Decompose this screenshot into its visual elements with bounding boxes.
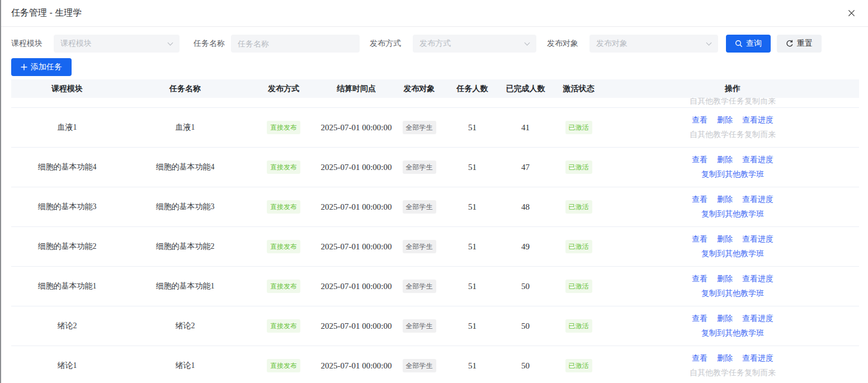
table-row: 细胞的基本功能3 细胞的基本功能3 直接发布 2025-07-01 00:00:…: [11, 187, 859, 227]
header-publish-target: 发布对象: [393, 84, 446, 94]
publish-target-tag: 全部学生: [403, 121, 436, 134]
publish-target-placeholder: 发布对象: [596, 39, 628, 49]
cell-task-count: 51: [446, 321, 499, 331]
table-header-row: 课程模块 任务名称 发布方式 结算时间点 发布对象 任务人数 已完成人数 激活状…: [11, 79, 859, 98]
delete-link[interactable]: 删除: [717, 314, 733, 324]
copy-to-class-link[interactable]: 复制到其他教学班: [701, 328, 764, 338]
header-task-name: 任务名称: [123, 84, 247, 94]
cell-task-name: 绪论2: [123, 321, 247, 331]
header-course-module: 课程模块: [11, 84, 123, 94]
task-table: 课程模块 任务名称 发布方式 结算时间点 发布对象 任务人数 已完成人数 激活状…: [11, 79, 859, 383]
add-task-label: 添加任务: [31, 62, 62, 72]
chevron-down-icon: [525, 40, 530, 46]
delete-link[interactable]: 删除: [717, 234, 733, 244]
cell-task-count: 51: [446, 282, 499, 291]
search-icon: [735, 40, 743, 48]
close-icon[interactable]: [846, 8, 857, 19]
header-task-count: 任务人数: [446, 84, 499, 94]
add-task-button[interactable]: 添加任务: [11, 58, 72, 76]
delete-link[interactable]: 删除: [717, 115, 733, 125]
cell-course-module: 绪论1: [11, 361, 123, 371]
cell-done-count: 48: [499, 202, 552, 212]
cell-task-name: 细胞的基本功能4: [123, 162, 247, 172]
publish-target-tag: 全部学生: [403, 359, 436, 372]
cell-operations: 查看 删除 查看进度 复制到其他教学班: [605, 227, 860, 266]
publish-method-tag: 直接发布: [267, 240, 300, 253]
cell-settle-time: 2025-07-01 00:00:00: [320, 321, 393, 331]
status-tag: 已激活: [565, 160, 592, 174]
delete-link[interactable]: 删除: [717, 195, 733, 205]
course-module-placeholder: 课程模块: [60, 39, 92, 49]
delete-link[interactable]: 删除: [717, 155, 733, 165]
table-body: 自其他教学任务复制而来 血液1 血液1 直接发布 2025-07-01 00:0…: [11, 98, 859, 383]
cell-task-count: 51: [446, 202, 499, 212]
publish-target-tag: 全部学生: [403, 319, 436, 333]
view-progress-link[interactable]: 查看进度: [742, 155, 773, 165]
publish-target-select[interactable]: 发布对象: [589, 35, 718, 53]
publish-method-select[interactable]: 发布方式: [413, 35, 536, 53]
table-row: 细胞的基本功能2 细胞的基本功能2 直接发布 2025-07-01 00:00:…: [11, 227, 859, 267]
cell-course-module: 细胞的基本功能1: [11, 281, 123, 291]
cell-operations: 查看 删除 查看进度 自其他教学任务复制而来: [605, 346, 860, 383]
view-link[interactable]: 查看: [692, 155, 707, 165]
publish-target-label: 发布对象: [547, 39, 578, 49]
view-progress-link[interactable]: 查看进度: [742, 314, 773, 324]
status-tag: 已激活: [565, 121, 592, 134]
header-active-status: 激活状态: [552, 84, 605, 94]
view-link[interactable]: 查看: [692, 274, 707, 284]
query-button[interactable]: 查询: [726, 35, 771, 53]
cell-task-name: 细胞的基本功能3: [123, 202, 247, 212]
page-title: 任务管理 - 生理学: [11, 7, 82, 19]
cell-operations: 查看 删除 查看进度 复制到其他教学班: [605, 187, 860, 226]
publish-target-tag: 全部学生: [403, 240, 436, 253]
publish-method-tag: 直接发布: [267, 200, 300, 214]
view-progress-link[interactable]: 查看进度: [742, 115, 773, 125]
view-progress-link[interactable]: 查看进度: [742, 195, 773, 205]
copy-to-class-link[interactable]: 复制到其他教学班: [701, 289, 764, 299]
cell-course-module: 血液1: [11, 122, 123, 133]
cell-done-count: 50: [499, 361, 552, 371]
table-row: 绪论1 绪论1 直接发布 2025-07-01 00:00:00 全部学生 51…: [11, 346, 859, 383]
cell-done-count: 47: [499, 163, 552, 172]
view-progress-link[interactable]: 查看进度: [742, 353, 773, 363]
publish-target-tag: 全部学生: [403, 160, 436, 174]
cell-operations: 查看 删除 查看进度 复制到其他教学班: [605, 148, 860, 187]
dialog-header: 任务管理 - 生理学: [1, 0, 868, 27]
publish-method-tag: 直接发布: [267, 121, 300, 134]
cell-done-count: 50: [499, 321, 552, 331]
copy-to-class-link[interactable]: 复制到其他教学班: [701, 209, 764, 219]
cell-settle-time: 2025-07-01 00:00:00: [320, 163, 393, 172]
view-link[interactable]: 查看: [692, 353, 707, 363]
cell-task-name: 细胞的基本功能1: [123, 281, 247, 291]
copy-to-class-link[interactable]: 复制到其他教学班: [701, 169, 764, 179]
reset-button[interactable]: 重置: [777, 35, 822, 53]
view-link[interactable]: 查看: [692, 314, 707, 324]
delete-link[interactable]: 删除: [717, 274, 733, 284]
course-module-label: 课程模块: [11, 39, 43, 49]
view-progress-link[interactable]: 查看进度: [742, 274, 773, 284]
cell-course-module: 细胞的基本功能2: [11, 242, 123, 252]
view-link[interactable]: 查看: [692, 234, 707, 244]
cell-operations: 查看 删除 查看进度 复制到其他教学班: [605, 267, 860, 306]
cell-course-module: 绪论2: [11, 321, 123, 331]
task-name-input[interactable]: [231, 35, 360, 53]
view-progress-link[interactable]: 查看进度: [742, 234, 773, 244]
header-done-count: 已完成人数: [499, 84, 552, 94]
cell-task-count: 51: [446, 361, 499, 371]
publish-method-tag: 直接发布: [267, 280, 300, 293]
table-row: 细胞的基本功能1 细胞的基本功能1 直接发布 2025-07-01 00:00:…: [11, 267, 859, 306]
view-link[interactable]: 查看: [692, 115, 707, 125]
filter-bar: 课程模块 课程模块 任务名称 发布方式 发布方式 发布对象 发布对象 查询 重置: [1, 35, 868, 53]
copy-to-class-link[interactable]: 复制到其他教学班: [701, 249, 764, 259]
cell-course-module: 细胞的基本功能3: [11, 202, 123, 212]
copied-from-note: 自其他教学任务复制而来: [690, 368, 776, 378]
course-module-select[interactable]: 课程模块: [54, 35, 180, 53]
plus-icon: [21, 64, 27, 70]
view-link[interactable]: 查看: [692, 195, 707, 205]
copied-from-note: 自其他教学任务复制而来: [605, 98, 859, 107]
status-tag: 已激活: [565, 200, 592, 214]
publish-method-placeholder: 发布方式: [419, 39, 451, 49]
cell-operations: 查看 删除 查看进度 复制到其他教学班: [605, 306, 860, 346]
delete-link[interactable]: 删除: [717, 353, 733, 363]
copied-from-note: 自其他教学任务复制而来: [690, 130, 776, 140]
